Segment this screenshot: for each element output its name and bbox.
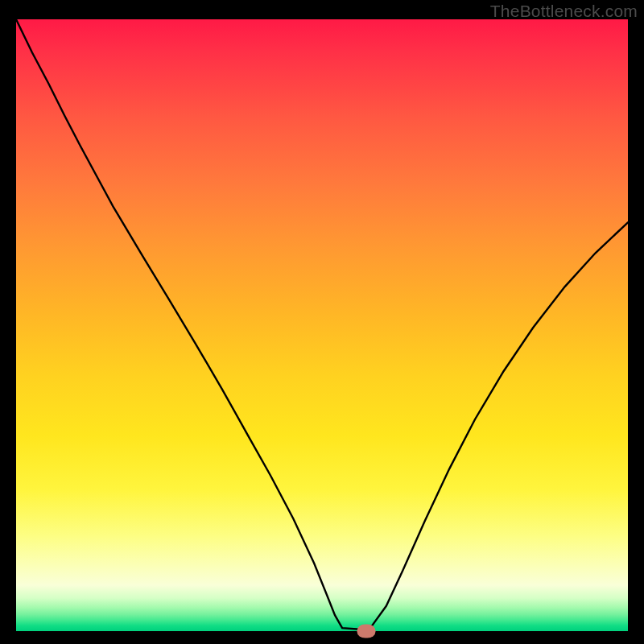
optimal-marker [357, 625, 375, 638]
watermark-text: TheBottleneck.com [490, 2, 638, 21]
chart-frame: TheBottleneck.com [0, 0, 644, 644]
plot-area [16, 19, 628, 631]
bottleneck-curve [16, 19, 628, 631]
